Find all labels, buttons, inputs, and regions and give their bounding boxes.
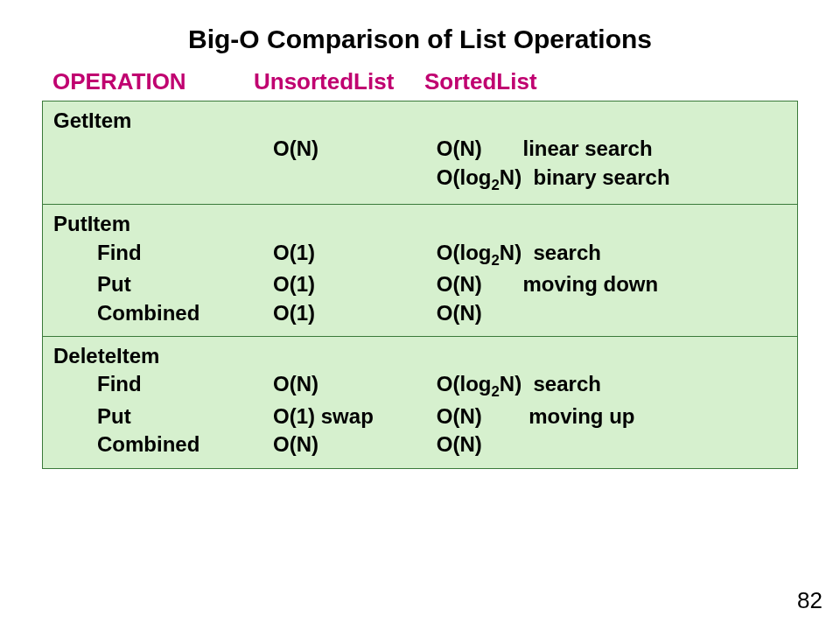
cell: O(N) moving up (437, 402, 788, 430)
getitem-label: GetItem (52, 107, 237, 135)
cell: O(N) linear search (437, 135, 788, 163)
cell: O(1) (273, 239, 437, 270)
header-unsorted: UnsortedList (254, 68, 424, 95)
cell: Put (52, 402, 273, 430)
putitem-label: PutItem (52, 210, 237, 238)
cell: O(N) (437, 299, 788, 327)
cell: O(N) (273, 430, 437, 458)
cell: Find (52, 370, 273, 402)
table-row: Put O(1) swap O(N) moving up (52, 402, 788, 430)
cell: O(N) (437, 430, 788, 458)
cell (52, 164, 273, 195)
page-number: 82 (797, 587, 822, 614)
section-getitem: GetItem O(N) O(N) linear search O(log2N)… (43, 102, 797, 204)
header-operation: OPERATION (0, 68, 254, 95)
cell: O(log2N) search (437, 239, 788, 270)
cell: O(log2N) binary search (437, 164, 788, 195)
slide: Big-O Comparison of List Operations OPER… (0, 0, 840, 630)
cell: O(N) (273, 370, 437, 402)
table-row: Find O(N) O(log2N) search (52, 370, 788, 402)
table-row: Find O(1) O(log2N) search (52, 239, 788, 270)
cell: Combined (52, 430, 273, 458)
cell: Put (52, 270, 273, 298)
cell (273, 164, 437, 195)
cell: O(1) swap (273, 402, 437, 430)
cell: Find (52, 239, 273, 270)
cell: Combined (52, 299, 273, 327)
cell (52, 135, 273, 163)
table-row: Combined O(N) O(N) (52, 430, 788, 458)
deleteitem-label: DeleteItem (52, 342, 237, 370)
cell: O(N) (273, 135, 437, 163)
page-title: Big-O Comparison of List Operations (0, 0, 840, 65)
cell: O(N) moving down (437, 270, 788, 298)
table-row: Put O(1) O(N) moving down (52, 270, 788, 298)
table-row: O(log2N) binary search (52, 164, 788, 195)
cell: O(1) (273, 299, 437, 327)
comparison-box: GetItem O(N) O(N) linear search O(log2N)… (42, 101, 798, 469)
table-header: OPERATION UnsortedList SortedList (0, 65, 840, 101)
cell: O(log2N) search (437, 370, 788, 402)
header-sorted: SortedList (424, 68, 722, 95)
section-deleteitem: DeleteItem Find O(N) O(log2N) search Put… (43, 336, 797, 468)
section-putitem: PutItem Find O(1) O(log2N) search Put O(… (43, 204, 797, 336)
table-row: O(N) O(N) linear search (52, 135, 788, 163)
cell: O(1) (273, 270, 437, 298)
table-row: Combined O(1) O(N) (52, 299, 788, 327)
